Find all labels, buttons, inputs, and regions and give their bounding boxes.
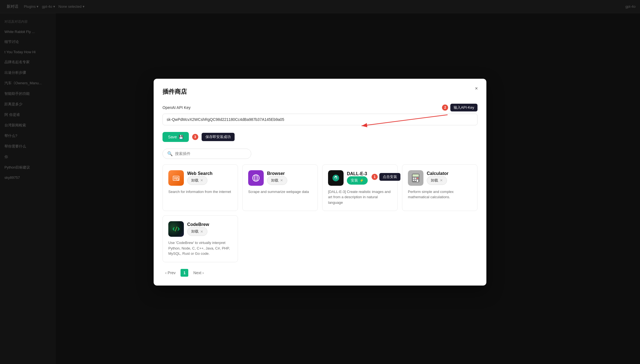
- plugin-desc-1: Scrape and summarize webpage data: [248, 189, 312, 195]
- plugin-card-browser[interactable]: Browser 卸载 ✕ Scrape and summarize webpag…: [242, 164, 318, 211]
- plugin-desc-3: Perform simple and complex mathematical …: [408, 189, 472, 200]
- svg-rect-9: [417, 178, 418, 179]
- install-icon-2: ⚡: [360, 179, 364, 182]
- plugin-card-calculator[interactable]: Calculator 卸载 ✕ Perform simple and compl…: [402, 164, 478, 211]
- svg-rect-12: [417, 180, 418, 182]
- plugin-name-3: Calculator: [427, 171, 448, 176]
- uninstall-icon-3: ✕: [440, 178, 443, 182]
- install-tooltip: 点击安装: [379, 173, 400, 181]
- plugin-desc-0: Search for information from the internet: [168, 189, 232, 195]
- plugin-name-2: DALL-E-3: [347, 171, 368, 176]
- plugin-grid: Web Search 卸载 ✕ Search for information f…: [162, 164, 478, 262]
- plugin-icon-3: [408, 170, 423, 186]
- modal-close-button[interactable]: ×: [472, 84, 481, 93]
- uninstall-icon-0: ✕: [200, 178, 203, 182]
- search-input[interactable]: [175, 151, 247, 156]
- step-2-circle: 2: [442, 105, 448, 111]
- plugin-name-0: Web Search: [187, 171, 212, 176]
- search-box[interactable]: 🔍: [162, 149, 251, 159]
- api-key-section: OpenAI API Key 2 输入API-Key: [162, 104, 478, 125]
- uninstall-button-3[interactable]: 卸载 ✕: [427, 176, 447, 185]
- plugin-icon-1: [248, 170, 264, 186]
- plugin-card-web-search[interactable]: Web Search 卸载 ✕ Search for information f…: [162, 164, 238, 211]
- next-page-button[interactable]: Next ›: [191, 269, 206, 276]
- svg-rect-11: [415, 180, 416, 181]
- step-1-circle: 1: [372, 174, 378, 180]
- uninstall-button-1[interactable]: 卸载 ✕: [267, 176, 287, 185]
- plugin-name-1: Browser: [267, 171, 287, 176]
- plugin-icon-4: [168, 221, 184, 237]
- prev-page-button[interactable]: ‹ Prev: [162, 269, 178, 276]
- uninstall-icon-4: ✕: [200, 230, 203, 234]
- plugin-store-modal: × 插件商店 OpenAI API Key 2 输入API-Key Save 💾: [154, 79, 486, 286]
- plugin-name-4: CodeBrew: [187, 222, 209, 227]
- save-tooltip: 保存即安装成功: [202, 133, 235, 141]
- api-key-input[interactable]: [162, 114, 478, 125]
- svg-rect-10: [413, 180, 414, 181]
- uninstall-icon-1: ✕: [280, 178, 283, 182]
- plugin-desc-4: Use 'CodeBrew' to virtually interpret Py…: [168, 240, 232, 256]
- plugin-icon-2: [328, 170, 344, 186]
- plugin-icon-0: [168, 170, 184, 186]
- pagination: ‹ Prev 1 Next ›: [162, 269, 478, 277]
- api-key-label: OpenAI API Key 2 输入API-Key: [162, 104, 478, 111]
- save-button[interactable]: Save 💾: [162, 132, 189, 142]
- plugin-desc-2: [DALL-E-3] Create realistic images and a…: [328, 189, 392, 205]
- svg-rect-6: [413, 174, 419, 177]
- step-3-circle: 3: [192, 134, 198, 140]
- current-page: 1: [181, 269, 188, 277]
- modal-overlay: × 插件商店 OpenAI API Key 2 输入API-Key Save 💾: [0, 0, 640, 364]
- uninstall-button-0[interactable]: 卸载 ✕: [187, 176, 207, 185]
- install-tooltip-container: 1 点击安装: [372, 173, 400, 181]
- plugin-card-codebrew[interactable]: CodeBrew 卸载 ✕ Use 'CodeBrew' to virtuall…: [162, 215, 238, 262]
- uninstall-button-4[interactable]: 卸载 ✕: [187, 227, 207, 236]
- svg-rect-7: [413, 178, 414, 179]
- save-row: Save 💾 3 保存即安装成功: [162, 132, 478, 142]
- svg-point-4: [335, 177, 337, 179]
- modal-title: 插件商店: [162, 88, 478, 96]
- input-api-key-tooltip: 输入API-Key: [450, 104, 478, 111]
- install-button-2[interactable]: 安装 ⚡: [347, 176, 368, 185]
- svg-rect-8: [415, 178, 416, 179]
- save-icon: 💾: [179, 135, 183, 139]
- search-icon: 🔍: [167, 151, 173, 156]
- plugin-card-dall-e-3[interactable]: DALL-E-3 安装 ⚡ [DALL-E-3] Create realisti…: [322, 164, 398, 211]
